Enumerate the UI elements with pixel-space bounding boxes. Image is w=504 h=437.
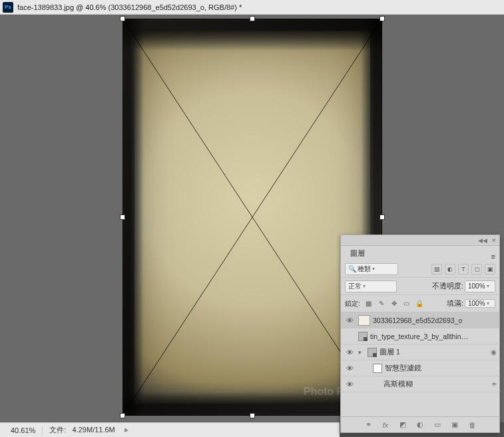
status-zoom[interactable]: 40.61%	[4, 426, 43, 434]
layers-panel-footer: ⚭ fx ◩ ◐ ▭ ▣ 🗑	[341, 416, 499, 432]
layer-mask-icon[interactable]: ◩	[397, 420, 408, 430]
filter-shape-icon[interactable]: ◻	[471, 264, 482, 274]
link-layers-icon[interactable]: ⚭	[363, 420, 374, 430]
lock-all-icon[interactable]: 🔒	[415, 299, 424, 308]
delete-layer-icon[interactable]: 🗑	[467, 420, 477, 430]
photoshop-app-icon: Ps	[3, 2, 13, 13]
smart-filter-row[interactable]: 👁 高斯模糊 ≑	[341, 376, 499, 392]
filter-type-icon[interactable]: T	[458, 264, 469, 274]
layer-name[interactable]: tin_type_texture_3_by_allthin…	[370, 332, 497, 340]
filter-pixel-icon[interactable]: ▧	[431, 264, 442, 274]
layer-row[interactable]: 👁 ▾ 圖層 1 ◉	[341, 344, 499, 360]
layer-fx-icon[interactable]: fx	[380, 420, 391, 430]
layer-name[interactable]: 3033612968_e5d52d2693_o	[373, 316, 497, 324]
transform-handle[interactable]	[250, 16, 255, 21]
document-filename: face-1389833.jpg	[17, 3, 74, 11]
lock-pixels-icon[interactable]: ✎	[377, 299, 386, 308]
transform-handle[interactable]	[120, 413, 125, 418]
close-icon[interactable]: ✕	[491, 237, 497, 244]
document-title-bar: Ps face-1389833.jpg @ 40.6% (3033612968_…	[0, 0, 504, 15]
filter-visibility-icon[interactable]: ◉	[491, 348, 497, 356]
status-bar: 40.61% 文件: 4.29M/11.6M ▶	[0, 422, 340, 437]
tab-layers[interactable]: 圖層	[344, 246, 372, 260]
filter-smart-icon[interactable]: ▣	[485, 264, 495, 274]
lock-transparency-icon[interactable]: ▦	[364, 299, 374, 308]
filter-blend-icon[interactable]: ≑	[491, 380, 497, 388]
layer-visibility-toggle[interactable]: 👁	[344, 348, 356, 356]
smart-object-icon	[358, 332, 368, 341]
layers-panel[interactable]: ◀◀ ✕ 圖層 ≡ 🔍 種類 ▧ ◐ T ◻ ▣ 正常 不透明度: 100% 鎖	[340, 234, 500, 433]
filter-adjust-icon[interactable]: ◐	[445, 264, 455, 274]
new-layer-icon[interactable]: ▣	[449, 420, 460, 430]
lock-fill-row: 鎖定: ▦ ✎ ✥ ▭ 🔒 填滿: 100%	[341, 295, 499, 312]
smart-object-icon	[368, 348, 377, 357]
layer-visibility-toggle[interactable]: 👁	[344, 380, 356, 388]
collapse-icon[interactable]: ◀◀	[478, 237, 487, 244]
blend-opacity-row: 正常 不透明度: 100%	[341, 278, 499, 295]
transform-handle[interactable]	[120, 215, 125, 220]
filter-name[interactable]: 高斯模糊	[383, 380, 489, 389]
fill-input[interactable]: 100%	[465, 299, 495, 308]
opacity-input[interactable]: 100%	[465, 280, 495, 292]
layer-row[interactable]: 👁 3033612968_e5d52d2693_o	[341, 312, 499, 328]
layer-filter-kind-select[interactable]: 🔍 種類	[345, 263, 398, 275]
layer-name[interactable]: 圖層 1	[379, 348, 488, 357]
transform-handle[interactable]	[120, 16, 125, 21]
panel-drag-header[interactable]: ◀◀ ✕	[341, 235, 499, 246]
smart-filters-label: 智慧型濾鏡	[385, 364, 497, 373]
layer-row[interactable]: tin_type_texture_3_by_allthin…	[341, 328, 499, 344]
new-group-icon[interactable]: ▭	[432, 420, 443, 430]
status-dropdown-icon[interactable]: ▶	[125, 427, 128, 433]
layers-list[interactable]: 👁 3033612968_e5d52d2693_o tin_type_textu…	[341, 312, 499, 416]
transform-handle[interactable]	[379, 215, 385, 220]
layer-visibility-toggle[interactable]: 👁	[344, 364, 356, 372]
lock-position-icon[interactable]: ✥	[389, 299, 399, 308]
smart-filter-mask-icon[interactable]	[373, 364, 382, 373]
opacity-label: 不透明度:	[432, 281, 463, 291]
transform-handle[interactable]	[250, 413, 255, 418]
lock-label: 鎖定:	[345, 299, 360, 308]
lock-artboard-icon[interactable]: ▭	[402, 299, 411, 308]
document-zoom: 40.6%	[85, 3, 106, 11]
blend-mode-select[interactable]: 正常	[345, 280, 397, 292]
smart-filters-row[interactable]: 👁 智慧型濾鏡	[341, 360, 499, 376]
transform-handle[interactable]	[379, 16, 385, 21]
document-details: (3033612968_e5d52d2693_o, RGB/8#) *	[109, 3, 242, 11]
layer-visibility-toggle[interactable]: 👁	[344, 316, 356, 324]
layer-filter-row: 🔍 種類 ▧ ◐ T ◻ ▣	[341, 260, 499, 278]
fill-label: 填滿:	[447, 298, 463, 308]
layer-thumbnail[interactable]	[358, 315, 370, 326]
layer-expand-toggle[interactable]: ▾	[358, 349, 365, 356]
adjustment-layer-icon[interactable]: ◐	[415, 420, 425, 430]
status-file-size[interactable]: 文件: 4.29M/11.6M	[43, 425, 121, 435]
panel-menu-icon[interactable]: ≡	[487, 252, 499, 260]
